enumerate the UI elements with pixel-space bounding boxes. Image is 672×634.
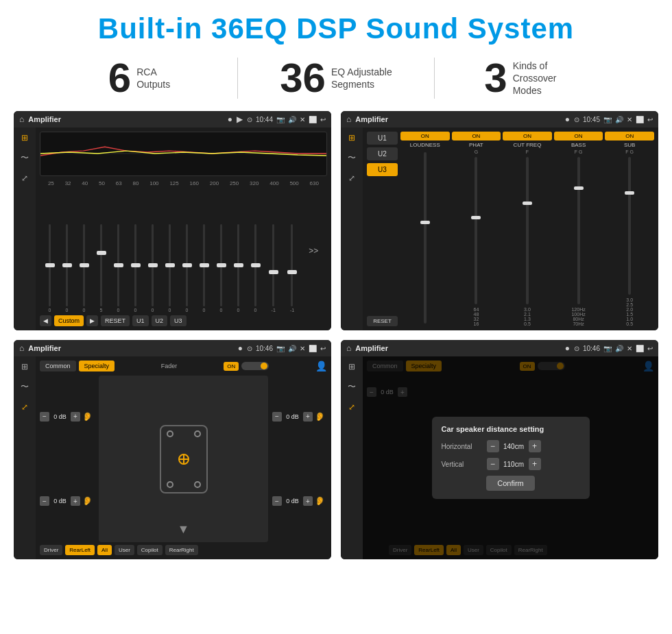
confirm-button[interactable]: Confirm bbox=[486, 476, 535, 491]
eq-icon-2[interactable]: ⊞ bbox=[348, 133, 355, 143]
u3-btn[interactable]: U3 bbox=[367, 163, 398, 176]
common-tab[interactable]: Common bbox=[40, 361, 76, 371]
back-icon-2[interactable]: ↩ bbox=[647, 116, 653, 123]
eq-slider-9: 0 bbox=[203, 189, 206, 313]
eq-icon-3[interactable]: ⊞ bbox=[21, 362, 28, 371]
topbar-info-eq: ⊙ 10:44 📷 🔊 ✕ ⬜ ↩ bbox=[247, 116, 326, 123]
cutfreq-on-btn[interactable]: ON bbox=[503, 132, 552, 141]
play-icon-eq[interactable]: ▶ bbox=[237, 114, 243, 124]
vol-val-3: 0 dB bbox=[284, 498, 301, 504]
home-icon-4[interactable]: ⌂ bbox=[346, 343, 351, 353]
fader-body-outer: ⊞ 〜 ⤢ Common Specialty Fader ON bbox=[14, 356, 331, 559]
back-icon-4[interactable]: ↩ bbox=[647, 345, 653, 352]
vol-val-1: 0 dB bbox=[51, 498, 69, 504]
fader-label: Fader bbox=[161, 363, 178, 369]
stats-row: 6 RCAOutputs 36 EQ AdjustableSegments 3 … bbox=[0, 52, 672, 108]
specialty-tab[interactable]: Specialty bbox=[79, 361, 115, 371]
phat-on-btn[interactable]: ON bbox=[452, 132, 501, 141]
volume-icon-2: 🔊 bbox=[615, 116, 623, 123]
back-icon[interactable]: ↩ bbox=[320, 116, 326, 123]
home-icon[interactable]: ⌂ bbox=[19, 114, 24, 124]
vertical-plus-btn[interactable]: + bbox=[529, 458, 541, 470]
topbar-time-fader: 10:46 bbox=[256, 345, 273, 352]
vol-minus-3[interactable]: − bbox=[272, 496, 282, 506]
dot-icon-3: ● bbox=[238, 343, 243, 353]
topbar-title-eq: Amplifier bbox=[28, 115, 223, 123]
eq-icon-4[interactable]: ⊞ bbox=[348, 362, 355, 371]
horizontal-row: Horizontal − 140cm + bbox=[442, 440, 580, 452]
close-icon-3[interactable]: ✕ bbox=[300, 345, 305, 352]
vol-val-0: 0 dB bbox=[51, 413, 69, 420]
vol-row-1: − 0 dB + 👂 bbox=[40, 496, 95, 506]
topbar-title-fader: Amplifier bbox=[28, 344, 233, 352]
bass-on-btn[interactable]: ON bbox=[554, 132, 603, 141]
all-btn[interactable]: All bbox=[97, 545, 112, 555]
horizontal-plus-btn[interactable]: + bbox=[529, 440, 541, 452]
eq-prev-btn[interactable]: ◀ bbox=[40, 315, 51, 326]
vol-row-2: − 0 dB + 👂 bbox=[272, 412, 327, 422]
home-icon-2[interactable]: ⌂ bbox=[346, 114, 351, 124]
fader-bottom-buttons: Driver RearLeft All User Copilot RearRig… bbox=[40, 545, 327, 555]
dot-icon-eq: ● bbox=[228, 114, 232, 124]
sub-on-btn[interactable]: ON bbox=[605, 132, 654, 141]
sidebar-fader: ⊞ 〜 ⤢ bbox=[14, 356, 36, 559]
user-btn[interactable]: User bbox=[115, 545, 134, 555]
person-icon[interactable]: 👤 bbox=[315, 361, 327, 371]
back-icon-3[interactable]: ↩ bbox=[320, 345, 326, 352]
arrows-icon-2[interactable]: ⤢ bbox=[348, 173, 355, 183]
close-icon-2[interactable]: ✕ bbox=[627, 116, 632, 123]
eq-reset-btn[interactable]: RESET bbox=[101, 315, 130, 326]
vol-minus-0[interactable]: − bbox=[40, 412, 49, 422]
arrows-icon-4[interactable]: ⤢ bbox=[348, 402, 355, 412]
eq-next-icon[interactable]: >> bbox=[309, 246, 318, 256]
u2-btn[interactable]: U2 bbox=[367, 147, 398, 160]
vol-plus-1[interactable]: + bbox=[71, 496, 80, 506]
wave-icon-4[interactable]: 〜 bbox=[348, 381, 356, 393]
vol-val-2: 0 dB bbox=[284, 413, 301, 420]
speaker-fr bbox=[194, 430, 201, 437]
eq-custom-btn[interactable]: Custom bbox=[54, 315, 84, 326]
speaker-distance-dialog: Car speaker distance setting Horizontal … bbox=[432, 417, 590, 499]
home-icon-3[interactable]: ⌂ bbox=[19, 343, 24, 353]
eq-next-btn[interactable]: ▶ bbox=[86, 315, 98, 326]
close-icon-4[interactable]: ✕ bbox=[627, 345, 632, 352]
rearleft-btn[interactable]: RearLeft bbox=[65, 545, 95, 555]
wave-sidebar-icon[interactable]: 〜 bbox=[21, 152, 29, 164]
vol-plus-0[interactable]: + bbox=[71, 412, 80, 422]
eq-sidebar-icon[interactable]: ⊞ bbox=[21, 133, 28, 143]
wave-icon-2[interactable]: 〜 bbox=[348, 152, 356, 164]
eq-main: 253240506380100125160200250320400500630 … bbox=[36, 127, 331, 330]
eq-u3-btn[interactable]: U3 bbox=[170, 315, 187, 326]
crossover-reset-btn[interactable]: RESET bbox=[367, 316, 398, 326]
arrows-sidebar-icon[interactable]: ⤢ bbox=[21, 173, 28, 183]
vol-minus-2[interactable]: − bbox=[272, 412, 282, 422]
crossover-u-buttons: U1 U2 U3 RESET bbox=[367, 132, 398, 326]
eq-slider-1: 0 bbox=[66, 189, 69, 313]
close-icon[interactable]: ✕ bbox=[300, 116, 305, 123]
eq-u2-btn[interactable]: U2 bbox=[152, 315, 168, 326]
topbar-crossover: ⌂ Amplifier ● ⊙ 10:45 📷 🔊 ✕ ⬜ ↩ bbox=[341, 111, 658, 127]
camera-icon-4: 📷 bbox=[603, 345, 612, 352]
eq-slider-3: 5 bbox=[100, 189, 103, 313]
location-icon: ⊙ bbox=[247, 116, 252, 123]
rearright-btn[interactable]: RearRight bbox=[165, 545, 198, 555]
u1-btn[interactable]: U1 bbox=[367, 132, 398, 145]
dot-icon-2: ● bbox=[565, 114, 570, 124]
copilot-btn[interactable]: Copilot bbox=[137, 545, 163, 555]
vertical-minus-btn[interactable]: − bbox=[487, 458, 499, 470]
camera-icon: 📷 bbox=[276, 116, 285, 123]
arrows-icon-3[interactable]: ⤢ bbox=[21, 402, 28, 412]
fader-on-btn[interactable]: ON bbox=[224, 362, 239, 371]
vol-minus-1[interactable]: − bbox=[40, 496, 49, 506]
eq-slider-12: 0 bbox=[254, 189, 257, 313]
loudness-on-btn[interactable]: ON bbox=[400, 132, 450, 141]
horizontal-minus-btn[interactable]: − bbox=[487, 440, 499, 452]
horizontal-stepper: − 140cm + bbox=[487, 440, 541, 452]
topbar-title-crossover: Amplifier bbox=[355, 115, 560, 123]
vol-plus-2[interactable]: + bbox=[303, 412, 313, 422]
eq-u1-btn[interactable]: U1 bbox=[132, 315, 149, 326]
vol-plus-3[interactable]: + bbox=[303, 496, 313, 506]
wave-icon-3[interactable]: 〜 bbox=[21, 381, 29, 393]
driver-btn[interactable]: Driver bbox=[40, 545, 62, 555]
topbar-time-crossover: 10:45 bbox=[583, 116, 600, 123]
